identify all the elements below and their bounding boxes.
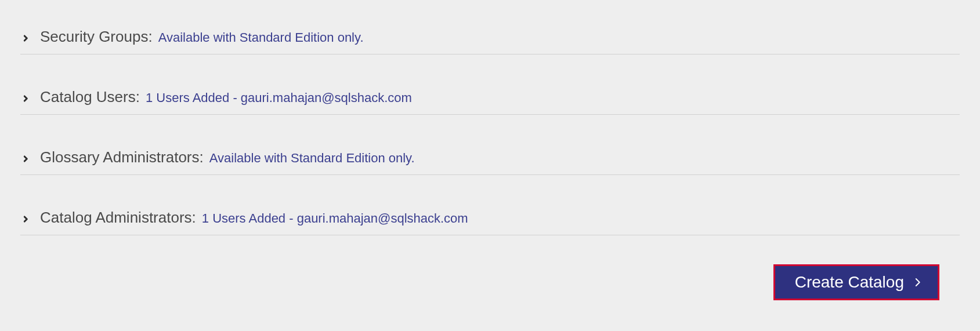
glossary-administrators-section[interactable]: Glossary Administrators: Available with … [20,138,960,175]
catalog-administrators-label: Catalog Administrators: [40,209,196,227]
catalog-users-label: Catalog Users: [40,88,140,106]
chevron-right-icon [20,33,31,43]
chevron-right-icon [20,154,31,164]
chevron-right-icon [912,277,923,288]
create-catalog-label: Create Catalog [795,273,904,292]
chevron-right-icon [20,93,31,104]
create-catalog-button[interactable]: Create Catalog [773,264,939,300]
security-groups-label: Security Groups: [40,28,153,46]
catalog-administrators-section[interactable]: Catalog Administrators: 1 Users Added - … [20,198,960,235]
chevron-right-icon [20,214,31,224]
security-groups-section[interactable]: Security Groups: Available with Standard… [20,17,960,54]
glossary-administrators-label: Glossary Administrators: [40,148,204,166]
settings-sections: Security Groups: Available with Standard… [0,0,980,235]
catalog-users-value: 1 Users Added - gauri.mahajan@sqlshack.c… [146,90,412,106]
catalog-users-section[interactable]: Catalog Users: 1 Users Added - gauri.mah… [20,78,960,115]
security-groups-value: Available with Standard Edition only. [158,30,364,45]
catalog-administrators-value: 1 Users Added - gauri.mahajan@sqlshack.c… [202,211,468,226]
action-row: Create Catalog [0,264,980,300]
glossary-administrators-value: Available with Standard Edition only. [209,151,415,166]
